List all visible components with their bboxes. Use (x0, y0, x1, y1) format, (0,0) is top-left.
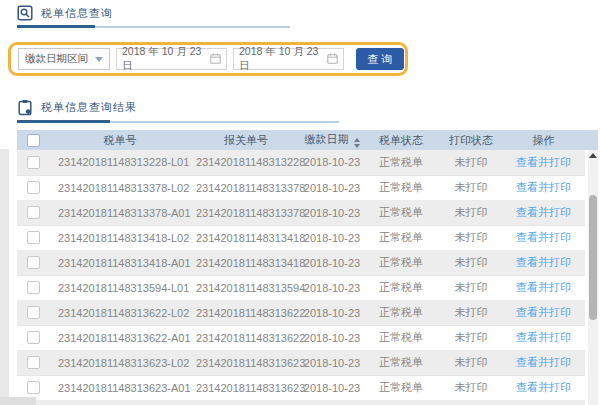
tax-no-cell: 231420181148313622-L02 (50, 300, 190, 325)
header-print-status: 打印状态 (440, 130, 502, 150)
row-checkbox[interactable] (27, 206, 40, 219)
row-checkbox[interactable] (27, 256, 40, 269)
header-decl-no: 报关单号 (190, 130, 302, 150)
print-status-cell: 未打印 (440, 150, 502, 175)
tax-no-cell: 231420181148313418-A01 (50, 250, 190, 275)
tax-no-cell: 231420181148313378-L02 (50, 175, 190, 200)
date-from-input[interactable]: 2018 年 10 月 23 日 (116, 48, 227, 70)
scrollbar-thumb[interactable] (589, 195, 597, 320)
clipboard-result-icon (17, 99, 33, 116)
query-button[interactable]: 查询 (356, 48, 404, 70)
table-row: 231420181148313622-A01 23142018114831362… (17, 325, 585, 350)
header-checkbox-cell (17, 130, 50, 150)
header-action: 操作 (502, 130, 585, 150)
section-query-underline (17, 25, 290, 28)
print-status-cell: 未打印 (440, 250, 502, 275)
row-checkbox[interactable] (27, 381, 40, 394)
calendar-icon[interactable] (210, 53, 221, 66)
left-page-gutter (0, 149, 9, 405)
tax-status-cell: 正常税单 (362, 375, 440, 400)
table-header-row: 税单号 报关单号 缴款日期 税单状态 打印状态 操作 (17, 130, 585, 150)
row-checkbox[interactable] (27, 306, 40, 319)
table-row: 231420181148313622-L02 23142018114831362… (17, 300, 585, 325)
tax-status-cell: 正常税单 (362, 225, 440, 250)
table-body: 231420181148313228-L01 23142018114831322… (17, 150, 585, 405)
pay-date-cell: 2018-10-23 (302, 325, 362, 350)
tax-no-cell: 231420181148313623-A01 (50, 375, 190, 400)
view-and-print-link[interactable]: 查看并打印 (516, 331, 571, 343)
tax-no-cell: 231420181148313628-L02 (50, 400, 190, 405)
date-from-value: 2018 年 10 月 23 日 (122, 45, 210, 73)
decl-no-cell: 231420181148313623 (190, 350, 302, 375)
view-and-print-link[interactable]: 查看并打印 (516, 381, 571, 393)
table-row: 231420181148313623-A01 23142018114831362… (17, 375, 585, 400)
pay-date-cell: 2018-10-23 (302, 175, 362, 200)
pay-date-cell: 2018-10-23 (302, 250, 362, 275)
row-checkbox[interactable] (27, 231, 40, 244)
print-status-cell: 未打印 (440, 400, 502, 405)
section-result-title: 税单信息查询结果 (41, 100, 137, 115)
view-and-print-link[interactable]: 查看并打印 (516, 356, 571, 368)
pay-date-cell: 2018-10-23 (302, 225, 362, 250)
decl-no-cell: 231420181148313378 (190, 200, 302, 225)
select-all-checkbox[interactable] (27, 134, 40, 147)
table-row: 231420181148313378-A01 23142018114831337… (17, 200, 585, 225)
browser-status-stub (0, 397, 36, 405)
tax-bill-query-page: 税单信息查询 缴款日期区间 2018 年 10 月 23 日 2018 年 10… (0, 0, 600, 405)
header-extension (585, 130, 598, 150)
decl-no-cell: 231420181148313418 (190, 225, 302, 250)
pay-date-cell: 2018-10-23 (302, 200, 362, 225)
decl-no-cell: 231420181148313594 (190, 275, 302, 300)
view-and-print-link[interactable]: 查看并打印 (516, 206, 571, 218)
table-row: 231420181148313418-L02 23142018114831341… (17, 225, 585, 250)
row-checkbox[interactable] (27, 356, 40, 369)
tax-no-cell: 231420181148313622-A01 (50, 325, 190, 350)
print-status-cell: 未打印 (440, 325, 502, 350)
print-status-cell: 未打印 (440, 350, 502, 375)
decl-no-cell: 231420181148313418 (190, 250, 302, 275)
view-and-print-link[interactable]: 查看并打印 (516, 306, 571, 318)
view-and-print-link[interactable]: 查看并打印 (516, 181, 571, 193)
print-status-cell: 未打印 (440, 225, 502, 250)
view-and-print-link[interactable]: 查看并打印 (516, 256, 571, 268)
sort-icon[interactable] (354, 138, 360, 148)
tax-status-cell: 正常税单 (362, 350, 440, 375)
row-checkbox[interactable] (27, 181, 40, 194)
table-row: 231420181148313623-L02 23142018114831362… (17, 350, 585, 375)
view-and-print-link[interactable]: 查看并打印 (516, 281, 571, 293)
view-and-print-link[interactable]: 查看并打印 (516, 156, 571, 168)
table-row: 231420181148313228-L01 23142018114831322… (17, 150, 585, 175)
date-to-input[interactable]: 2018 年 10 月 23 日 (233, 48, 344, 70)
print-status-cell: 未打印 (440, 300, 502, 325)
doc-search-icon (17, 5, 33, 21)
decl-no-cell: 231420181148313378 (190, 175, 302, 200)
header-pay-date-sortable[interactable]: 缴款日期 (302, 130, 362, 150)
pay-date-cell: 2018-10-23 (302, 150, 362, 175)
tax-no-cell: 231420181148313378-A01 (50, 200, 190, 225)
tax-status-cell: 正常税单 (362, 200, 440, 225)
header-tax-status: 税单状态 (362, 130, 440, 150)
tax-status-cell: 正常税单 (362, 300, 440, 325)
table-row: 231420181148313628-L02 23142018114831362… (17, 400, 585, 405)
decl-no-cell: 231420181148313622 (190, 300, 302, 325)
date-range-type-select[interactable]: 缴款日期区间 (18, 48, 110, 70)
tax-no-cell: 231420181148313418-L02 (50, 225, 190, 250)
view-and-print-link[interactable]: 查看并打印 (516, 231, 571, 243)
calendar-icon[interactable] (327, 53, 338, 66)
row-checkbox[interactable] (27, 156, 40, 169)
date-to-value: 2018 年 10 月 23 日 (239, 45, 327, 73)
row-checkbox[interactable] (27, 281, 40, 294)
table-row: 231420181148313378-L02 23142018114831337… (17, 175, 585, 200)
print-status-cell: 未打印 (440, 375, 502, 400)
row-checkbox[interactable] (27, 331, 40, 344)
pay-date-cell: 2018-10-23 (302, 350, 362, 375)
vertical-scrollbar[interactable] (588, 150, 598, 405)
section-query-title: 税单信息查询 (41, 6, 113, 21)
decl-no-cell: 231420181148313628 (190, 400, 302, 405)
tax-status-cell: 正常税单 (362, 275, 440, 300)
results-table: 税单号 报关单号 缴款日期 税单状态 打印状态 操作 2314201811483… (17, 130, 585, 405)
scroll-up-arrow-icon[interactable] (589, 153, 597, 158)
pay-date-cell: 2018-10-23 (302, 400, 362, 405)
tax-status-cell: 正常税单 (362, 325, 440, 350)
search-filter-bar: 缴款日期区间 2018 年 10 月 23 日 2018 年 10 月 23 日 (8, 42, 408, 76)
